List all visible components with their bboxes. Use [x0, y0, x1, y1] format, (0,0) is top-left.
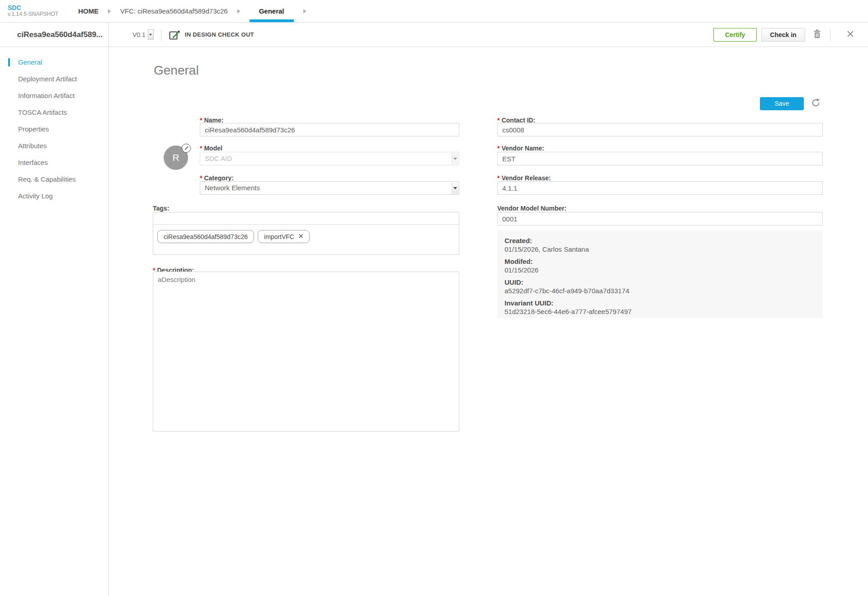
app-logo[interactable]: SDC v.1.14.5-SNAPSHOT — [8, 0, 78, 22]
created-value: 01/15/2026, Carlos Santana — [505, 245, 816, 253]
metadata-box: Created: 01/15/2026, Carlos Santana Modi… — [497, 230, 823, 318]
breadcrumb-home[interactable]: HOME — [78, 0, 99, 22]
save-button[interactable]: Save — [760, 97, 804, 110]
pencil-icon — [184, 145, 189, 152]
model-select[interactable]: SDC AID — [200, 152, 459, 165]
modified-value: 01/15/2026 — [505, 266, 816, 274]
tags-label: Tags: — [153, 205, 169, 212]
name-input[interactable] — [200, 123, 459, 136]
vendor-name-input[interactable] — [497, 152, 823, 165]
description-textarea[interactable]: aDescription — [153, 272, 459, 432]
uuid-value: a5292df7-c7bc-46cf-a949-b70aa7d33174 — [505, 286, 816, 295]
vendor-name-label: *Vendor Name: — [497, 145, 544, 152]
close-button[interactable] — [845, 28, 856, 41]
breadcrumb-vfc[interactable]: VFC: ciResa9ea560d4af589d73c26 — [120, 0, 228, 22]
sidebar-item-deployment-artifact[interactable]: Deployment Artifact — [0, 70, 108, 87]
category-selected-value: Network Elements — [205, 184, 260, 192]
breadcrumb: HOME VFC: ciResa9ea560d4af589d73c26 Gene… — [78, 0, 316, 22]
chevron-right-icon — [237, 9, 240, 14]
page-title: General — [154, 63, 199, 78]
model-label: *Model — [200, 145, 222, 152]
category-label: *Category: — [200, 174, 234, 182]
sidebar-item-tosca-artifacts[interactable]: TOSCA Artifacts — [0, 104, 108, 121]
avatar-initial: R — [172, 152, 179, 163]
app-version: v.1.14.5-SNAPSHOT — [8, 11, 78, 17]
sidebar-item-interfaces[interactable]: Interfaces — [0, 154, 108, 171]
chevron-right-icon — [108, 9, 111, 14]
category-select[interactable]: Network Elements — [200, 181, 459, 195]
component-title: ciResa9ea560d4af589... — [0, 23, 108, 47]
vendor-model-number-input[interactable] — [497, 212, 823, 225]
tag-chip-label: importVFC — [264, 233, 294, 240]
avatar-edit-button[interactable] — [182, 144, 191, 153]
chevron-right-icon — [303, 9, 306, 14]
avatar: R — [164, 145, 188, 170]
app-name: SDC — [8, 5, 78, 11]
close-icon — [847, 30, 854, 39]
check-in-button[interactable]: Check in — [761, 28, 805, 42]
revert-button[interactable] — [810, 97, 822, 110]
vendor-release-label: *Vendor Release: — [497, 174, 551, 182]
tag-chip-label: ciResa9ea560d4af589d73c26 — [164, 233, 248, 240]
sidebar-item-general[interactable]: General — [0, 54, 108, 70]
invariant-uuid-label: Invariant UUID: — [505, 299, 816, 307]
model-selected-value: SDC AID — [205, 155, 232, 162]
left-panel: ciResa9ea560d4af589... General Deploymen… — [0, 23, 109, 596]
breadcrumb-general-active[interactable]: General — [250, 0, 294, 22]
close-icon — [298, 233, 303, 240]
vendor-release-input[interactable] — [497, 181, 823, 195]
tag-chip: importVFC — [258, 230, 310, 243]
sidebar-item-activity-log[interactable]: Activity Log — [0, 188, 108, 204]
lifecycle-status: IN DESIGN CHECK OUT — [185, 31, 254, 38]
chevron-down-icon — [452, 153, 458, 164]
version-dropdown[interactable] — [148, 29, 154, 40]
vendor-model-number-label: Vendor Model Number: — [497, 205, 566, 212]
created-label: Created: — [505, 236, 816, 245]
tags-input[interactable] — [153, 212, 459, 224]
sidebar-item-attributes[interactable]: Attributes — [0, 137, 108, 154]
version-label: V0.1 — [132, 31, 146, 38]
delete-button[interactable] — [811, 28, 823, 42]
tags-box: ciResa9ea560d4af589d73c26 importVFC — [153, 212, 459, 255]
chevron-down-icon — [452, 182, 458, 194]
invariant-uuid-value: 51d23218-5ec6-44e6-a777-afcee5797497 — [505, 307, 816, 316]
sidebar-item-req-capabilities[interactable]: Req. & Capabilities — [0, 171, 108, 188]
trash-icon — [813, 29, 821, 40]
tag-chip: ciResa9ea560d4af589d73c26 — [157, 230, 254, 243]
toolbar: V0.1 IN DESIGN CHECK OUT Certify Check i… — [109, 23, 868, 47]
sidebar-menu: General Deployment Artifact Information … — [0, 47, 108, 204]
uuid-label: UUID: — [505, 278, 816, 286]
divider — [830, 29, 830, 41]
tag-remove-button[interactable] — [298, 233, 303, 240]
sidebar-item-information-artifact[interactable]: Information Artifact — [0, 87, 108, 104]
certify-button[interactable]: Certify — [713, 28, 757, 42]
sidebar-item-properties[interactable]: Properties — [0, 121, 108, 137]
checkout-edit-icon — [169, 29, 180, 40]
divider — [161, 29, 161, 41]
contact-id-input[interactable] — [497, 123, 823, 136]
modified-label: Modifed: — [505, 257, 816, 266]
top-header: SDC v.1.14.5-SNAPSHOT HOME VFC: ciResa9e… — [0, 0, 868, 23]
refresh-icon — [811, 99, 820, 108]
general-form: General Save R — [109, 47, 868, 596]
